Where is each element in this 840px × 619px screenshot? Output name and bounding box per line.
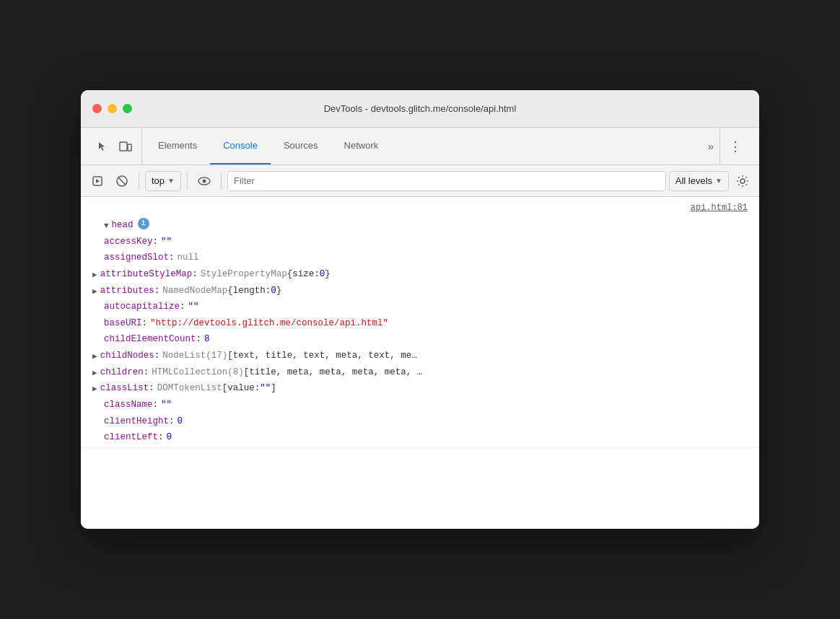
prop-row-classList: classList : DOMTokenList [value: "" ]	[92, 380, 759, 397]
run-scripts-button[interactable]	[87, 170, 108, 192]
svg-rect-1	[128, 144, 131, 151]
console-settings-button[interactable]	[732, 170, 753, 192]
close-button[interactable]	[92, 104, 102, 113]
tab-console[interactable]: Console	[210, 128, 271, 164]
svg-line-5	[118, 177, 126, 185]
prop-row-baseURI: baseURI : "http://devtools.glitch.me/con…	[92, 315, 759, 332]
console-toolbar: top ▼ All levels ▼	[81, 165, 759, 197]
svg-rect-0	[120, 142, 127, 151]
devtools-window: DevTools - devtools.glitch.me/console/ap…	[81, 90, 759, 529]
filter-input[interactable]	[227, 171, 666, 191]
tab-network[interactable]: Network	[331, 128, 392, 164]
attributeStyleMap-arrow[interactable]	[92, 268, 97, 281]
svg-point-7	[202, 179, 206, 183]
info-badge[interactable]: i	[138, 218, 149, 229]
prop-row-accessKey: accessKey : ""	[92, 234, 759, 250]
head-label: head	[112, 218, 134, 233]
maximize-button[interactable]	[123, 104, 132, 113]
devtools-menu-button[interactable]: ⋮	[723, 128, 748, 164]
attributes-arrow[interactable]	[92, 285, 97, 298]
console-output: api.html:81 head i accessKey : "" assign…	[81, 197, 759, 529]
context-label: top	[152, 175, 165, 186]
log-levels-selector[interactable]: All levels ▼	[669, 171, 729, 191]
head-expand-arrow[interactable]	[104, 219, 109, 232]
tab-sources[interactable]: Sources	[271, 128, 331, 164]
tabs-list: Elements Console Sources Network	[145, 128, 696, 164]
tabs-right: » ⋮	[696, 128, 753, 164]
tabs-bar: Elements Console Sources Network » ⋮	[81, 128, 759, 165]
childNodes-arrow[interactable]	[92, 350, 97, 363]
prop-row-childNodes: childNodes : NodeList(17) [text, title, …	[92, 348, 759, 364]
prop-row-children: children : HTMLCollection(8) [title, met…	[92, 364, 759, 381]
prop-row-autocapitalize: autocapitalize : ""	[92, 299, 759, 315]
head-row: head i	[92, 217, 759, 234]
levels-arrow: ▼	[715, 177, 722, 185]
eye-icon	[198, 175, 211, 188]
prop-row-attributeStyleMap: attributeStyleMap : StylePropertyMap {si…	[92, 266, 759, 283]
minimize-button[interactable]	[108, 104, 117, 113]
devtools-icons	[87, 128, 142, 164]
clear-console-button[interactable]	[111, 170, 133, 192]
live-expressions-button[interactable]	[193, 170, 215, 192]
device-toggle-btn[interactable]	[115, 136, 136, 157]
svg-marker-3	[96, 179, 100, 183]
children-arrow[interactable]	[92, 366, 97, 379]
svg-point-8	[740, 179, 745, 183]
gear-icon	[736, 175, 749, 188]
run-icon	[92, 175, 103, 187]
cursor-icon	[97, 141, 108, 152]
title-bar: DevTools - devtools.glitch.me/console/ap…	[81, 90, 759, 128]
prop-row-clientHeight: clientHeight : 0	[92, 413, 759, 430]
toolbar-divider-3	[221, 172, 222, 190]
source-link[interactable]: api.html:81	[691, 203, 748, 213]
classList-arrow[interactable]	[92, 382, 97, 395]
window-controls	[92, 104, 132, 113]
prop-row-childElementCount: childElementCount : 8	[92, 331, 759, 348]
window-title: DevTools - devtools.glitch.me/console/ap…	[324, 103, 517, 114]
prop-row-className: className : ""	[92, 397, 759, 413]
tab-elements[interactable]: Elements	[145, 128, 210, 164]
prop-row-attributes: attributes : NamedNodeMap {length: 0 }	[92, 283, 759, 299]
toolbar-divider-2	[187, 172, 188, 190]
prop-row-assignedSlot: assignedSlot : null	[92, 250, 759, 266]
log-entry: head i accessKey : "" assignedSlot : nul…	[81, 216, 759, 448]
more-tabs-button[interactable]: »	[702, 128, 720, 164]
source-link-row: api.html:81	[81, 197, 759, 216]
clear-icon	[116, 175, 128, 187]
prop-row-clientLeft: clientLeft : 0	[92, 429, 759, 446]
context-selector[interactable]: top ▼	[145, 171, 181, 191]
context-arrow: ▼	[167, 177, 175, 185]
device-icon	[119, 140, 132, 153]
levels-label: All levels	[675, 175, 712, 186]
inspect-icon-btn[interactable]	[92, 136, 113, 157]
toolbar-divider	[139, 172, 139, 190]
